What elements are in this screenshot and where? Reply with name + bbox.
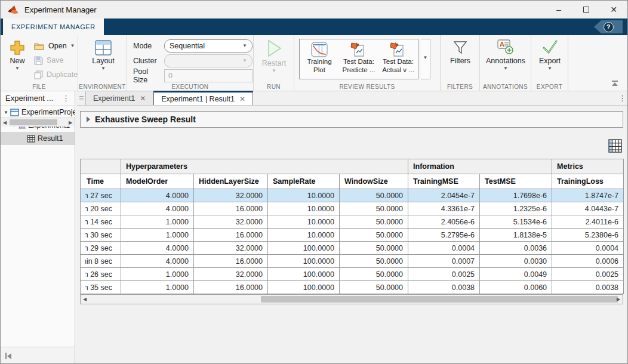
table-cell[interactable]: 1.0000 xyxy=(121,229,194,242)
minimize-button[interactable]: – xyxy=(545,1,572,18)
table-row[interactable]: 0 min 14 sec1.000032.000010.000050.00002… xyxy=(81,215,624,229)
table-row[interactable]: 2 min 8 sec4.000016.0000100.000050.00000… xyxy=(81,255,624,268)
table-row[interactable]: 2 min 29 sec4.000032.0000100.000050.0000… xyxy=(81,242,624,255)
table-cell[interactable]: 0.0025 xyxy=(408,268,480,281)
table-cell[interactable]: 1.7698e-6 xyxy=(480,189,552,202)
open-button[interactable]: Open ▼ xyxy=(34,40,78,52)
collapse-browser-button[interactable] xyxy=(1,347,75,364)
browser-menu-button[interactable]: ⋮ xyxy=(60,94,72,103)
table-cell[interactable]: 32.0000 xyxy=(194,215,268,229)
tab-experiment-manager[interactable]: EXPERIMENT MANAGER xyxy=(3,18,104,35)
table-horizontal-scrollbar[interactable]: ◀ ▶ xyxy=(80,294,623,304)
scrollbar-thumb[interactable] xyxy=(261,296,618,303)
table-cell[interactable]: 10.0000 xyxy=(268,229,340,242)
table-cell[interactable]: 4.0000 xyxy=(121,202,194,215)
training-plot-button[interactable]: Training Plot xyxy=(300,39,339,79)
scroll-left-icon[interactable]: ◀ xyxy=(81,295,89,304)
table-cell[interactable]: 32.0000 xyxy=(194,268,268,281)
table-cell[interactable]: 16.0000 xyxy=(194,281,268,294)
table-cell[interactable]: 2 min 8 sec xyxy=(81,255,121,268)
table-cell[interactable]: 16.0000 xyxy=(194,229,268,242)
pool-size-input[interactable] xyxy=(164,69,253,82)
table-cell[interactable]: 0 min 30 sec xyxy=(81,229,121,242)
maximize-button[interactable] xyxy=(572,1,600,18)
table-cell[interactable]: 0 min 27 sec xyxy=(81,189,121,202)
tab-experiment1[interactable]: Experiment1 ✕ xyxy=(85,91,153,105)
table-cell[interactable]: 0.0036 xyxy=(480,242,552,255)
table-cell[interactable]: 1.0000 xyxy=(121,281,194,294)
table-row[interactable]: 0 min 20 sec4.000016.000010.000050.00004… xyxy=(81,202,624,215)
table-cell[interactable]: 2.0454e-7 xyxy=(408,189,480,202)
table-row[interactable]: 0 min 27 sec4.000032.000010.000050.00002… xyxy=(81,189,624,202)
table-cell[interactable]: 0.0038 xyxy=(408,281,480,294)
close-button[interactable]: ✕ xyxy=(600,1,627,18)
table-cell[interactable]: 5.1534e-6 xyxy=(480,215,552,229)
save-button[interactable]: Save xyxy=(34,54,78,66)
tree-item-result1[interactable]: Result1 xyxy=(1,132,75,145)
table-cell[interactable]: 1.0000 xyxy=(121,215,194,229)
table-cell[interactable]: 10.0000 xyxy=(268,215,340,229)
table-cell[interactable]: 5.2380e-6 xyxy=(552,229,624,242)
table-cell[interactable]: 100.0000 xyxy=(268,242,340,255)
table-cell[interactable]: 1.8138e-5 xyxy=(480,229,552,242)
table-cell[interactable]: 0 min 14 sec xyxy=(81,215,121,229)
table-cell[interactable]: 5.2795e-6 xyxy=(408,229,480,242)
table-row[interactable]: 1 min 26 sec1.000032.0000100.000050.0000… xyxy=(81,268,624,281)
table-cell[interactable]: 50.0000 xyxy=(340,268,408,281)
exhaustive-sweep-result-header[interactable]: Exhaustive Sweep Result xyxy=(80,111,623,128)
scroll-right-icon[interactable]: ▶ xyxy=(614,295,623,304)
table-cell[interactable]: 0.0060 xyxy=(480,281,552,294)
table-cell[interactable]: 50.0000 xyxy=(340,189,408,202)
column-header-hiddenlayersize[interactable]: HiddenLayerSize xyxy=(194,174,268,189)
table-cell[interactable]: 4.0000 xyxy=(121,242,194,255)
tab-grip-icon[interactable] xyxy=(77,91,85,105)
table-cell[interactable]: 0.0030 xyxy=(480,255,552,268)
table-cell[interactable]: 10.0000 xyxy=(268,189,340,202)
table-cell[interactable]: 4.0443e-7 xyxy=(552,202,624,215)
table-cell[interactable]: 50.0000 xyxy=(340,281,408,294)
table-cell[interactable]: 0.0006 xyxy=(552,255,624,268)
table-cell[interactable]: 4.0000 xyxy=(121,255,194,268)
table-cell[interactable]: 16.0000 xyxy=(194,255,268,268)
tab-experiment1-result1[interactable]: Experiment1 | Result1 ✕ xyxy=(153,91,253,105)
test-data-predicted-button[interactable]: Test Data: Predicte ... xyxy=(339,39,378,79)
table-cell[interactable]: 100.0000 xyxy=(268,281,340,294)
scroll-left-icon[interactable]: ◀ xyxy=(1,118,9,127)
table-cell[interactable]: 50.0000 xyxy=(340,255,408,268)
table-cell[interactable]: 0.0004 xyxy=(408,242,480,255)
table-cell[interactable]: 10.0000 xyxy=(268,202,340,215)
table-cell[interactable]: 0.0004 xyxy=(552,242,624,255)
collapse-ribbon-button[interactable] xyxy=(611,81,619,87)
table-cell[interactable]: 2 min 29 sec xyxy=(81,242,121,255)
table-row[interactable]: 0 min 30 sec1.000016.000010.000050.00005… xyxy=(81,229,624,242)
table-cell[interactable]: 1 min 26 sec xyxy=(81,268,121,281)
close-tab-icon[interactable]: ✕ xyxy=(239,95,245,103)
column-header-windowsize[interactable]: WindowSize xyxy=(340,174,408,189)
table-row[interactable]: 1 min 35 sec1.000016.0000100.000050.0000… xyxy=(81,281,624,294)
restart-button[interactable]: Restart ▼ xyxy=(258,39,290,73)
export-button[interactable]: Export ▼ xyxy=(534,39,566,70)
duplicate-button[interactable]: Duplicate xyxy=(34,69,78,81)
table-cell[interactable]: 100.0000 xyxy=(268,268,340,281)
table-cell[interactable]: 50.0000 xyxy=(340,242,408,255)
column-header-samplerate[interactable]: SampleRate xyxy=(268,174,340,189)
mode-dropdown[interactable]: Sequential ▼ xyxy=(164,39,253,53)
scroll-right-icon[interactable]: ▶ xyxy=(66,118,75,127)
annotations-button[interactable]: A Annotations ▼ xyxy=(483,39,528,70)
column-header-modelorder[interactable]: ModelOrder xyxy=(121,174,194,189)
expander-icon[interactable]: ▼ xyxy=(3,110,9,115)
table-cell[interactable]: 16.0000 xyxy=(194,202,268,215)
column-header-time[interactable]: Time xyxy=(81,174,121,189)
table-cell[interactable]: 1.0000 xyxy=(121,268,194,281)
close-tab-icon[interactable]: ✕ xyxy=(140,94,146,103)
gallery-dropdown-button[interactable]: ▼ xyxy=(421,39,430,79)
table-cell[interactable]: 4.3361e-7 xyxy=(408,202,480,215)
tabbar-menu-button[interactable]: ⋮ xyxy=(616,94,628,103)
table-cell[interactable]: 0.0038 xyxy=(552,281,624,294)
table-cell[interactable]: 1 min 35 sec xyxy=(81,281,121,294)
new-button[interactable]: New ▼ xyxy=(4,40,30,70)
column-header-trainingloss[interactable]: TrainingLoss xyxy=(552,174,624,189)
table-cell[interactable]: 32.0000 xyxy=(194,189,268,202)
column-header-trainingmse[interactable]: TrainingMSE xyxy=(408,174,480,189)
table-cell[interactable]: 50.0000 xyxy=(340,215,408,229)
